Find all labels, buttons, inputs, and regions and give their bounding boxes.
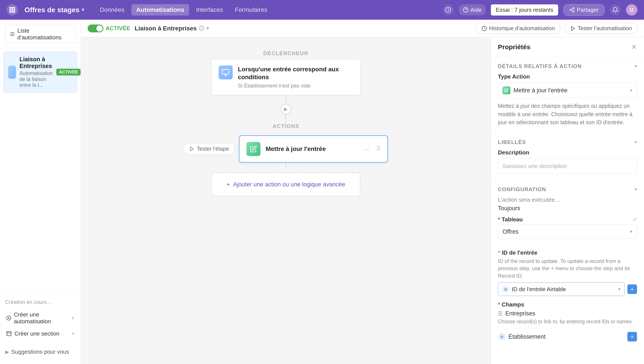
sub-header: ACTIVÉE Liaison à Entreprises ⓘ ▾ Histor… bbox=[81, 20, 644, 37]
type-action-select[interactable]: Mettre à jour l'entrée ▾ bbox=[498, 83, 637, 98]
executed-value: Toujours bbox=[498, 205, 637, 212]
active-label: ACTIVÉE bbox=[106, 25, 130, 32]
id-field-chevron[interactable]: ▾ bbox=[618, 286, 620, 292]
panel-header: Propriétés ✕ bbox=[491, 37, 644, 57]
svg-line-16 bbox=[571, 8, 573, 10]
add-action-label: Ajouter une action ou une logique avancé… bbox=[233, 181, 345, 188]
history-icon-btn[interactable] bbox=[443, 4, 454, 15]
automation-active-badge: ACTIVÉE bbox=[56, 69, 81, 76]
app-logo[interactable] bbox=[7, 4, 18, 16]
champs-sub: Choose record(s) to link to, by entering… bbox=[498, 319, 637, 324]
action-row: Tester l'étape Mettre à jour l'entrée ··… bbox=[184, 136, 388, 162]
svg-line-15 bbox=[571, 10, 573, 11]
svg-point-1 bbox=[12, 7, 13, 9]
creation-label: Création en cours… bbox=[5, 299, 76, 305]
svg-point-5 bbox=[13, 9, 15, 11]
info-icon[interactable]: ⓘ bbox=[199, 25, 204, 32]
panel-close-button[interactable]: ✕ bbox=[631, 44, 637, 50]
help-btn[interactable]: Aide bbox=[459, 4, 486, 15]
config-section-title: CONFIGURATION bbox=[498, 186, 546, 192]
id-section: * ID de l'entrée ID of the record to upd… bbox=[491, 250, 644, 302]
top-nav: Offres de stages ▾ Données Automatisatio… bbox=[0, 0, 644, 20]
tableau-required: * bbox=[498, 216, 500, 223]
test-step-button[interactable]: Tester l'étape bbox=[184, 143, 235, 155]
etablissement-add-button[interactable]: + bbox=[627, 332, 637, 342]
create-section-button[interactable]: Créer une section + bbox=[5, 328, 76, 340]
svg-point-12 bbox=[573, 8, 575, 9]
svg-point-4 bbox=[12, 9, 13, 11]
id-field-icon: ⊕ bbox=[502, 286, 509, 293]
details-section-chevron[interactable]: ▾ bbox=[634, 64, 637, 69]
flow: DÉCLENCHEUR Lorsqu'une entrée correspond… bbox=[184, 50, 388, 196]
id-field[interactable]: ⊕ ID de l'entrée Airtable ▾ bbox=[498, 282, 625, 296]
tableau-expand-icon[interactable]: ⤢ bbox=[632, 216, 637, 222]
list-automations-button[interactable]: Liste d'automatisations bbox=[5, 25, 76, 43]
share-button[interactable]: Partager bbox=[563, 4, 604, 16]
sidebar-top-bar: Liste d'automatisations bbox=[0, 25, 81, 48]
action-dots-menu[interactable]: ··· bbox=[364, 145, 369, 153]
config-section-chevron[interactable]: ▾ bbox=[634, 186, 637, 192]
automation-info: Liaison à Entreprises Automatisation de … bbox=[20, 56, 53, 88]
etablissement-left: ⊕ Établissement bbox=[498, 333, 546, 340]
svg-point-8 bbox=[13, 11, 15, 13]
nav-link-formulaires[interactable]: Formulaires bbox=[230, 4, 272, 16]
suggestions-button[interactable]: ▶ Suggestions pour vous bbox=[0, 345, 81, 359]
history-button[interactable]: Historique d'automatisation bbox=[476, 23, 560, 34]
action-grid-icon[interactable]: ⠿ bbox=[376, 146, 380, 152]
trigger-icon bbox=[219, 66, 233, 80]
id-add-button[interactable]: + bbox=[627, 284, 637, 294]
type-action-value: Mettre à jour l'entrée bbox=[513, 87, 630, 94]
connector-play-btn[interactable]: ▶ bbox=[281, 104, 291, 114]
svg-rect-26 bbox=[7, 332, 11, 336]
nav-links: Données Automatisations Interfaces Formu… bbox=[95, 4, 272, 16]
bell-icon-btn[interactable] bbox=[610, 4, 621, 15]
active-toggle[interactable] bbox=[88, 24, 103, 32]
description-input[interactable]: Saisissez une description bbox=[498, 158, 637, 174]
trigger-node[interactable]: Lorsqu'une entrée correspond aux conditi… bbox=[211, 59, 360, 95]
content-wrapper: ACTIVÉE Liaison à Entreprises ⓘ ▾ Histor… bbox=[81, 20, 644, 364]
sidebar-automation-item[interactable]: Liaison à Entreprises Automatisation de … bbox=[4, 52, 77, 93]
champs-required: * bbox=[498, 301, 500, 308]
create-section-label: Créer une section bbox=[15, 330, 59, 337]
nav-link-interfaces[interactable]: Interfaces bbox=[191, 4, 228, 16]
test-automation-button[interactable]: Tester l'automatisation bbox=[565, 23, 637, 34]
svg-point-0 bbox=[10, 7, 11, 9]
svg-point-14 bbox=[573, 11, 575, 12]
test-step-label: Tester l'étape bbox=[197, 146, 229, 152]
action-node[interactable]: Mettre à jour l'entrée ··· ⠿ bbox=[239, 136, 388, 162]
svg-point-6 bbox=[10, 11, 11, 13]
trigger-connector: ▶ bbox=[281, 95, 291, 123]
id-field-value: ID de l'entrée Airtable bbox=[512, 286, 615, 293]
connector-line-1 bbox=[286, 95, 286, 104]
create-automation-button[interactable]: Créer une automatisation + bbox=[5, 309, 76, 328]
type-action-icon bbox=[503, 86, 510, 94]
create-section-plus: + bbox=[71, 330, 75, 337]
champs-item-label: Entreprises bbox=[505, 310, 535, 317]
id-required: * bbox=[498, 250, 500, 256]
app-name-chevron: ▾ bbox=[82, 7, 84, 13]
toggle-knob bbox=[96, 26, 103, 32]
connector-line-2 bbox=[286, 114, 286, 123]
title-chevron[interactable]: ▾ bbox=[206, 26, 209, 31]
champs-item: ☰ Entreprises bbox=[498, 310, 637, 317]
nav-link-automatisations[interactable]: Automatisations bbox=[131, 4, 189, 16]
avatar[interactable]: U bbox=[626, 4, 637, 16]
id-label-row: * ID de l'entrée bbox=[498, 250, 637, 256]
tableau-chevron: ▾ bbox=[630, 229, 632, 234]
app-name[interactable]: Offres de stages ▾ bbox=[25, 6, 84, 14]
create-automation-plus: + bbox=[71, 314, 75, 322]
sidebar: Liste d'automatisations Liaison à Entrep… bbox=[0, 20, 81, 364]
type-action-chevron: ▾ bbox=[630, 88, 632, 93]
labels-section-chevron[interactable]: ▾ bbox=[634, 139, 637, 145]
trial-button[interactable]: Essai : 7 jours restants bbox=[491, 4, 558, 16]
test-label: Tester l'automatisation bbox=[578, 25, 632, 32]
add-action-button[interactable]: + Ajouter une action ou une logique avan… bbox=[211, 172, 360, 196]
id-field-row: ⊕ ID de l'entrée Airtable ▾ + bbox=[498, 282, 637, 296]
nav-link-donnees[interactable]: Données bbox=[95, 4, 129, 16]
labels-section-title: LIBELLÉS bbox=[498, 139, 526, 145]
suggestions-chevron: ▶ bbox=[5, 349, 9, 355]
svg-marker-29 bbox=[571, 26, 575, 30]
svg-rect-30 bbox=[222, 70, 229, 74]
panel-title: Propriétés bbox=[498, 43, 530, 51]
tableau-select[interactable]: Offres ▾ bbox=[498, 225, 637, 239]
